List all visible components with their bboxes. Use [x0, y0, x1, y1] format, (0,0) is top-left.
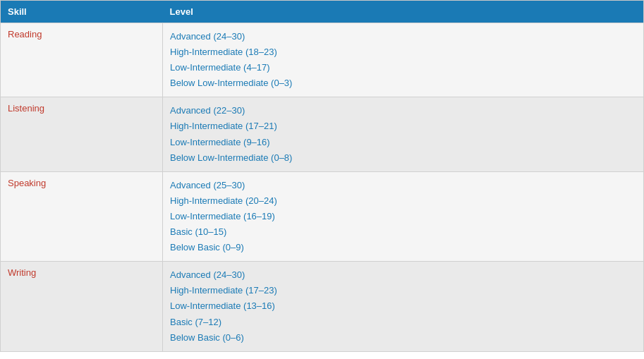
- level-item: Below Low-Intermediate (0–8): [170, 150, 636, 166]
- table-row: SpeakingAdvanced (25–30)High-Intermediat…: [1, 171, 644, 261]
- level-item: High-Intermediate (20–24): [170, 193, 636, 209]
- level-item: Basic (7–12): [170, 315, 636, 330]
- level-cell: Advanced (22–30)High-Intermediate (17–21…: [163, 97, 644, 171]
- header-level: Level: [163, 1, 644, 23]
- table-header: Skill Level: [1, 1, 644, 23]
- level-item: Low-Intermediate (16–19): [170, 209, 636, 224]
- level-item: Below Basic (0–6): [170, 330, 636, 346]
- level-cell: Advanced (25–30)High-Intermediate (20–24…: [163, 171, 644, 261]
- table-row: ListeningAdvanced (22–30)High-Intermedia…: [1, 97, 644, 171]
- header-row: Skill Level: [1, 1, 644, 23]
- level-item: Low-Intermediate (4–17): [170, 60, 636, 75]
- header-skill: Skill: [1, 1, 163, 23]
- level-item: Below Basic (0–9): [170, 240, 636, 255]
- level-item: High-Intermediate (17–23): [170, 283, 636, 298]
- level-item: High-Intermediate (17–21): [170, 118, 636, 134]
- level-item: Basic (10–15): [170, 224, 636, 240]
- level-item: High-Intermediate (18–23): [170, 44, 636, 60]
- table-row: WritingAdvanced (24–30)High-Intermediate…: [1, 262, 644, 351]
- level-item: Low-Intermediate (9–16): [170, 135, 636, 150]
- level-item: Advanced (22–30): [170, 103, 636, 118]
- level-item: Advanced (24–30): [170, 267, 636, 283]
- skills-table-container: Skill Level ReadingAdvanced (24–30)High-…: [0, 0, 644, 352]
- level-item: Below Low-Intermediate (0–3): [170, 75, 636, 91]
- level-item: Low-Intermediate (13–16): [170, 298, 636, 314]
- level-item: Advanced (25–30): [170, 178, 636, 193]
- level-item: Advanced (24–30): [170, 29, 636, 44]
- skill-cell: Reading: [1, 23, 163, 97]
- skill-cell: Writing: [1, 262, 163, 351]
- skills-table: Skill Level ReadingAdvanced (24–30)High-…: [0, 0, 644, 352]
- skill-cell: Listening: [1, 97, 163, 171]
- level-cell: Advanced (24–30)High-Intermediate (17–23…: [163, 262, 644, 351]
- level-cell: Advanced (24–30)High-Intermediate (18–23…: [163, 23, 644, 97]
- table-body: ReadingAdvanced (24–30)High-Intermediate…: [1, 23, 644, 352]
- table-row: ReadingAdvanced (24–30)High-Intermediate…: [1, 23, 644, 97]
- skill-cell: Speaking: [1, 171, 163, 261]
